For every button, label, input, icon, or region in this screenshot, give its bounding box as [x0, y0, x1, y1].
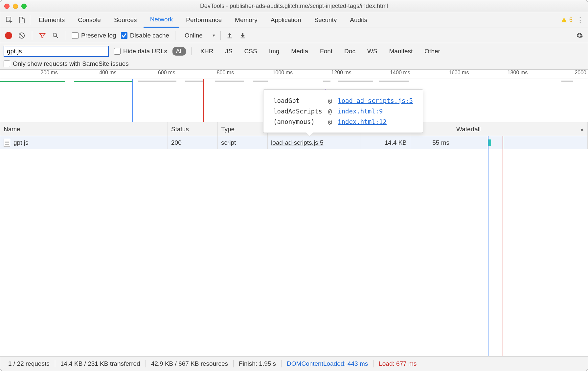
- col-header-name[interactable]: Name: [0, 122, 168, 136]
- stack-link[interactable]: load-ad-scripts.js:5: [338, 97, 413, 104]
- stack-fn: loadGpt: [271, 96, 325, 106]
- request-name: gpt.js: [13, 139, 28, 146]
- status-finish: Finish: 1.95 s: [234, 360, 282, 367]
- chevron-down-icon: ▼: [212, 33, 216, 38]
- col-header-type[interactable]: Type: [218, 122, 268, 136]
- hide-data-urls-label: Hide data URLs: [123, 48, 167, 55]
- svg-point-7: [53, 33, 57, 37]
- tab-security[interactable]: Security: [308, 12, 344, 28]
- window-title: DevTools - publisher-ads-audits.glitch.m…: [0, 3, 588, 10]
- dcl-marker: [132, 79, 133, 122]
- stack-link[interactable]: index.html:9: [338, 108, 383, 115]
- warnings-count: 6: [569, 16, 573, 23]
- network-filter-bar: Hide data URLs All XHR JS CSS Img Media …: [0, 43, 588, 70]
- dcl-line: [488, 136, 488, 356]
- stack-link[interactable]: index.html:12: [338, 118, 387, 125]
- stack-fn: (anonymous): [271, 117, 325, 127]
- stack-fn: loadAdScripts: [271, 106, 325, 116]
- network-overview[interactable]: 200 ms 400 ms 600 ms 800 ms 1000 ms 1200…: [0, 70, 588, 122]
- filter-type-xhr[interactable]: XHR: [197, 47, 216, 56]
- status-requests: 1 / 22 requests: [3, 360, 55, 367]
- network-toolbar: Preserve log Disable cache Online ▼: [0, 28, 588, 43]
- status-load: Load: 677 ms: [373, 360, 422, 367]
- samesite-checkbox[interactable]: Only show requests with SameSite issues: [4, 60, 129, 67]
- tick-label: 2000: [575, 70, 588, 76]
- tab-audits[interactable]: Audits: [343, 12, 374, 28]
- filter-type-media[interactable]: Media: [288, 47, 311, 56]
- filter-type-css[interactable]: CSS: [241, 47, 260, 56]
- svg-rect-2: [22, 19, 25, 23]
- tick-label: 1200 ms: [331, 70, 352, 76]
- throttling-select[interactable]: Online ▼: [181, 31, 221, 40]
- svg-line-6: [20, 34, 24, 37]
- filter-type-all[interactable]: All: [172, 47, 186, 56]
- overview-bars: [0, 80, 588, 84]
- tab-console[interactable]: Console: [71, 12, 107, 28]
- tick-label: 400 ms: [99, 70, 118, 76]
- inspect-icon[interactable]: [3, 12, 15, 28]
- tab-sources[interactable]: Sources: [107, 12, 144, 28]
- filter-type-js[interactable]: JS: [222, 47, 236, 56]
- request-initiator[interactable]: load-ad-scripts.js:5: [271, 139, 323, 146]
- load-marker: [203, 79, 204, 122]
- request-time: 55 ms: [410, 136, 453, 149]
- tick-label: 600 ms: [158, 70, 176, 76]
- filter-input[interactable]: [4, 46, 109, 57]
- tab-elements[interactable]: Elements: [32, 12, 71, 28]
- svg-rect-3: [564, 19, 564, 21]
- preserve-log-label: Preserve log: [81, 32, 116, 39]
- search-icon[interactable]: [51, 31, 60, 40]
- status-resources: 42.9 KB / 667 KB resources: [146, 360, 234, 367]
- svg-rect-4: [564, 21, 564, 22]
- initiator-stack-tooltip: loadGpt@load-ad-scripts.js:5 loadAdScrip…: [263, 89, 423, 133]
- warnings-badge[interactable]: 6: [561, 12, 575, 28]
- svg-rect-9: [227, 37, 232, 38]
- sort-asc-icon: ▲: [580, 127, 584, 132]
- filter-type-manifest[interactable]: Manifest: [386, 47, 416, 56]
- request-status: 200: [168, 136, 218, 149]
- tick-label: 1000 ms: [273, 70, 294, 76]
- filter-type-ws[interactable]: WS: [364, 47, 381, 56]
- upload-har-icon[interactable]: [225, 31, 234, 40]
- disable-cache-checkbox[interactable]: Disable cache: [121, 32, 169, 39]
- network-table-body: gpt.js 200 script load-ad-scripts.js:5 1…: [0, 136, 588, 356]
- col-header-status[interactable]: Status: [168, 122, 218, 136]
- network-status-bar: 1 / 22 requests 14.4 KB / 231 KB transfe…: [0, 356, 588, 371]
- request-type: script: [218, 136, 268, 149]
- script-file-icon: [4, 139, 10, 147]
- hide-data-urls-checkbox[interactable]: Hide data URLs: [114, 48, 167, 55]
- window-titlebar: DevTools - publisher-ads-audits.glitch.m…: [0, 0, 588, 12]
- filter-type-img[interactable]: Img: [266, 47, 283, 56]
- svg-line-8: [57, 36, 58, 38]
- device-toggle-icon[interactable]: [15, 12, 28, 28]
- settings-gear-icon[interactable]: [575, 31, 584, 40]
- clear-button[interactable]: [17, 31, 26, 40]
- filter-type-other[interactable]: Other: [421, 47, 443, 56]
- tab-application[interactable]: Application: [264, 12, 308, 28]
- filter-type-doc[interactable]: Doc: [341, 47, 359, 56]
- request-row[interactable]: gpt.js 200 script load-ad-scripts.js:5 1…: [0, 136, 588, 149]
- timeline-ruler: 200 ms 400 ms 600 ms 800 ms 1000 ms 1200…: [0, 70, 588, 79]
- more-menu-icon[interactable]: ⋮: [575, 12, 585, 28]
- filter-icon[interactable]: [38, 31, 47, 40]
- status-transferred: 14.4 KB / 231 KB transferred: [55, 360, 146, 367]
- request-waterfall-cell: [453, 136, 588, 149]
- col-header-waterfall-label: Waterfall: [456, 126, 481, 133]
- download-har-icon[interactable]: [238, 31, 247, 40]
- tab-memory[interactable]: Memory: [228, 12, 264, 28]
- tab-performance[interactable]: Performance: [179, 12, 228, 28]
- tick-label: 1800 ms: [508, 70, 529, 76]
- record-button[interactable]: [4, 31, 13, 40]
- throttling-value: Online: [185, 32, 203, 39]
- col-header-waterfall[interactable]: Waterfall ▲: [453, 122, 588, 136]
- tick-label: 1400 ms: [390, 70, 411, 76]
- load-line: [503, 136, 503, 356]
- devtools-tabstrip: Elements Console Sources Network Perform…: [0, 12, 588, 28]
- tab-network[interactable]: Network: [144, 12, 180, 28]
- tick-label: 200 ms: [40, 70, 59, 76]
- tick-label: 800 ms: [217, 70, 235, 76]
- filter-type-font[interactable]: Font: [317, 47, 336, 56]
- preserve-log-checkbox[interactable]: Preserve log: [72, 32, 116, 39]
- tick-label: 1600 ms: [449, 70, 470, 76]
- samesite-label: Only show requests with SameSite issues: [13, 60, 129, 67]
